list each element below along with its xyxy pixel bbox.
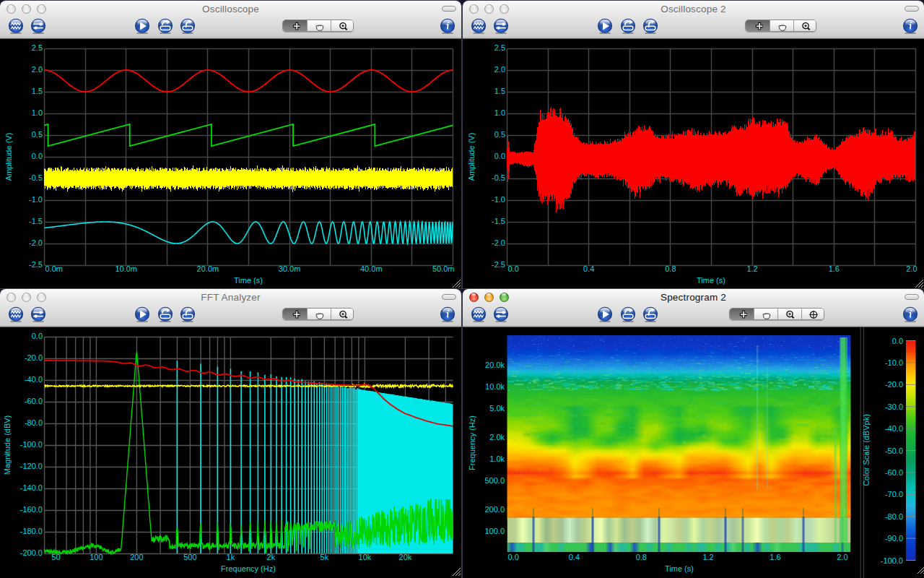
- svg-text:2.5: 2.5: [494, 43, 505, 52]
- svg-text:2.0: 2.0: [32, 65, 43, 74]
- svg-text:-10.0: -10.0: [885, 358, 903, 367]
- svg-text:-80.0: -80.0: [885, 512, 903, 521]
- svg-text:Color Scale (dBVpk): Color Scale (dBVpk): [862, 414, 871, 486]
- svg-text:-2.0: -2.0: [492, 238, 505, 247]
- svg-text:-90.0: -90.0: [885, 534, 903, 543]
- svg-text:-2.5: -2.5: [29, 260, 43, 269]
- svg-text:2.0: 2.0: [906, 264, 917, 273]
- svg-text:1.2: 1.2: [746, 264, 757, 273]
- svg-text:20.0k: 20.0k: [485, 361, 505, 369]
- svg-text:0.0: 0.0: [508, 553, 519, 561]
- svg-text:0.8: 0.8: [636, 553, 647, 561]
- svg-text:10.0k: 10.0k: [485, 382, 505, 391]
- svg-text:-80.0: -80.0: [25, 418, 43, 427]
- svg-text:Time (s): Time (s): [697, 276, 725, 285]
- svg-text:-70.0: -70.0: [885, 490, 903, 499]
- svg-text:0.8: 0.8: [665, 264, 676, 273]
- svg-text:Time (s): Time (s): [234, 276, 263, 285]
- svg-text:Frequency (Hz): Frequency (Hz): [468, 415, 476, 470]
- svg-text:-2.0: -2.0: [29, 238, 43, 247]
- svg-text:5.0k: 5.0k: [489, 404, 505, 413]
- svg-text:-60.0: -60.0: [25, 397, 43, 405]
- svg-text:-0.5: -0.5: [492, 173, 505, 182]
- svg-text:-60.0: -60.0: [885, 468, 903, 477]
- svg-text:50: 50: [51, 553, 60, 561]
- svg-text:-2.5: -2.5: [492, 260, 505, 269]
- svg-text:-1.0: -1.0: [29, 195, 43, 204]
- svg-text:-20.0: -20.0: [25, 353, 43, 362]
- svg-text:Amplitude (V): Amplitude (V): [467, 133, 476, 181]
- svg-text:0.4: 0.4: [583, 264, 594, 273]
- svg-text:Amplitude (V): Amplitude (V): [4, 133, 13, 181]
- svg-text:1.0: 1.0: [494, 108, 505, 117]
- svg-text:-0.5: -0.5: [29, 173, 43, 182]
- svg-text:-30.0: -30.0: [885, 402, 903, 411]
- svg-text:5k: 5k: [321, 553, 329, 561]
- svg-text:10.0m: 10.0m: [115, 264, 137, 273]
- svg-text:1.0: 1.0: [32, 108, 43, 117]
- svg-text:-1.5: -1.5: [29, 217, 43, 225]
- svg-text:Frequency (Hz): Frequency (Hz): [221, 564, 276, 573]
- svg-text:0.0: 0.0: [508, 264, 519, 273]
- svg-text:1.2: 1.2: [702, 553, 713, 561]
- svg-text:40.0m: 40.0m: [360, 264, 383, 273]
- svg-text:-180.0: -180.0: [20, 527, 43, 535]
- svg-text:-120.0: -120.0: [20, 462, 43, 470]
- svg-text:-100.0: -100.0: [20, 440, 43, 449]
- svg-text:500.0: 500.0: [484, 476, 505, 485]
- svg-text:0.0: 0.0: [494, 152, 505, 160]
- svg-text:0.5: 0.5: [494, 130, 505, 139]
- svg-text:1.5: 1.5: [32, 87, 43, 95]
- svg-text:20.0m: 20.0m: [197, 264, 219, 273]
- svg-text:2.0: 2.0: [837, 553, 847, 561]
- svg-text:-100.0: -100.0: [881, 556, 903, 565]
- svg-text:1.5: 1.5: [494, 87, 505, 95]
- svg-text:-1.0: -1.0: [492, 195, 505, 204]
- svg-text:2.5: 2.5: [32, 43, 43, 52]
- svg-text:100: 100: [90, 553, 103, 561]
- svg-text:0.0: 0.0: [32, 152, 43, 160]
- svg-text:1k: 1k: [227, 553, 235, 561]
- svg-text:50.0m: 50.0m: [432, 264, 455, 273]
- svg-text:0.0: 0.0: [892, 337, 903, 345]
- svg-text:30.0m: 30.0m: [279, 264, 301, 273]
- svg-text:0.4: 0.4: [569, 553, 580, 561]
- svg-text:-200.0: -200.0: [20, 548, 43, 557]
- svg-text:Time (s): Time (s): [665, 564, 694, 573]
- svg-text:0.5: 0.5: [32, 130, 43, 139]
- svg-text:-160.0: -160.0: [20, 505, 43, 514]
- svg-text:-140.0: -140.0: [20, 483, 43, 492]
- svg-text:500: 500: [183, 553, 196, 561]
- svg-text:100.0: 100.0: [484, 527, 505, 535]
- svg-text:Magnitude (dBV): Magnitude (dBV): [3, 415, 12, 475]
- svg-text:0.0: 0.0: [32, 332, 43, 340]
- svg-text:-50.0: -50.0: [885, 447, 903, 455]
- svg-text:-1.5: -1.5: [492, 217, 505, 225]
- svg-text:2.0: 2.0: [494, 65, 505, 74]
- svg-text:2k: 2k: [267, 553, 276, 561]
- svg-text:1.6: 1.6: [829, 264, 840, 273]
- svg-text:10k: 10k: [359, 553, 372, 561]
- svg-text:200: 200: [130, 553, 143, 561]
- svg-text:1.6: 1.6: [770, 553, 780, 561]
- svg-text:0.0m: 0.0m: [45, 264, 63, 273]
- svg-text:1.0k: 1.0k: [489, 454, 505, 463]
- svg-text:2.0k: 2.0k: [489, 433, 505, 441]
- svg-text:-40.0: -40.0: [885, 424, 903, 433]
- svg-text:-40.0: -40.0: [25, 375, 43, 384]
- svg-text:20k: 20k: [399, 553, 412, 561]
- svg-text:200.0: 200.0: [484, 505, 505, 514]
- svg-text:-20.0: -20.0: [885, 380, 903, 389]
